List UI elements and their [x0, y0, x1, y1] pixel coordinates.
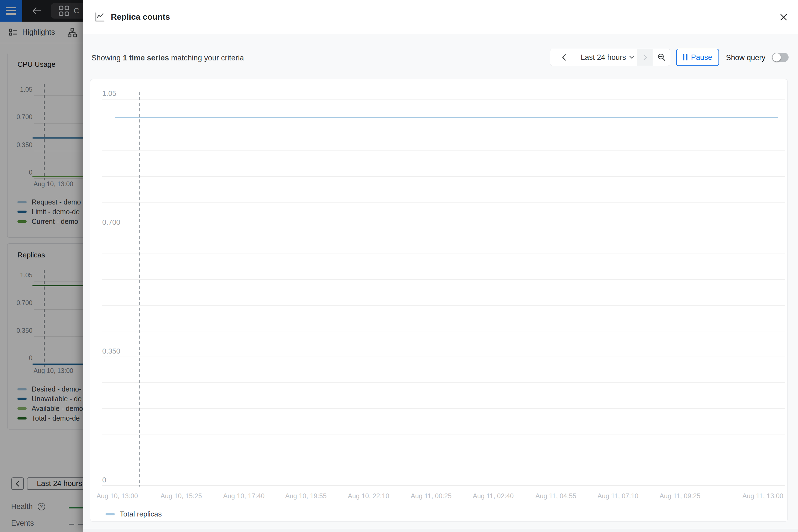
- line-chart-icon: [94, 11, 105, 22]
- x-tick: Aug 10, 15:25: [158, 492, 205, 500]
- close-button[interactable]: [778, 12, 789, 23]
- gridline: [102, 228, 785, 228]
- gridline: [102, 150, 785, 151]
- gridline: [102, 408, 785, 409]
- gridline: [102, 460, 785, 460]
- gridline: [102, 486, 785, 486]
- time-forward-button[interactable]: [637, 49, 653, 66]
- legend-label: Total replicas: [120, 510, 162, 518]
- gridline: [102, 382, 785, 383]
- show-query-toggle[interactable]: [772, 53, 788, 62]
- pause-button-label: Pause: [691, 53, 712, 62]
- toggle-knob: [773, 53, 781, 61]
- chart-card: 1.05 0.700 0.350 0 Aug 10, 13:00 Aug 10,…: [90, 79, 788, 522]
- dialog-bottom-strip: [83, 522, 798, 532]
- x-tick: Aug 11, 04:55: [532, 492, 580, 500]
- x-tick: Aug 11, 09:25: [657, 492, 704, 500]
- screen: C Highlights: [0, 0, 798, 532]
- pause-button[interactable]: Pause: [676, 49, 719, 66]
- gridline: [102, 176, 785, 177]
- gridline: [102, 99, 785, 99]
- chevron-down-icon: [629, 56, 634, 59]
- x-tick: Aug 10, 19:55: [282, 492, 329, 500]
- x-tick: Aug 11, 02:40: [470, 492, 517, 500]
- replica-counts-dialog: Replica counts Showing 1 time series mat…: [83, 0, 798, 532]
- time-range-label: Last 24 hours: [581, 53, 626, 62]
- legend-swatch: [106, 513, 115, 515]
- chevron-right-icon: [642, 54, 649, 61]
- gridline: [102, 357, 785, 357]
- total-replicas-line: [115, 117, 778, 118]
- time-marker-dashed-line: [139, 92, 140, 487]
- x-tick: Aug 10, 17:40: [220, 492, 267, 500]
- chevron-left-icon: [560, 54, 568, 61]
- gridline: [102, 305, 785, 306]
- dialog-title: Replica counts: [111, 12, 170, 22]
- x-axis: Aug 10, 13:00 Aug 10, 15:25 Aug 10, 17:4…: [90, 492, 787, 501]
- zoom-out-icon: [657, 53, 666, 62]
- show-query-label: Show query: [726, 54, 765, 62]
- close-icon: [779, 13, 788, 22]
- gridline: [102, 331, 785, 331]
- legend-item: Total replicas: [106, 510, 162, 518]
- gridline: [102, 434, 785, 435]
- zoom-out-button[interactable]: [653, 49, 670, 66]
- pause-icon: [683, 54, 687, 60]
- x-tick: Aug 11, 07:10: [594, 492, 642, 500]
- y-tick: 0.700: [102, 218, 120, 226]
- x-tick: Aug 10, 22:10: [345, 492, 392, 500]
- gridline: [102, 125, 785, 125]
- y-tick: 0: [102, 476, 106, 483]
- x-tick: Aug 11, 13:00: [739, 492, 786, 500]
- x-tick: Aug 11, 00:25: [407, 492, 455, 500]
- bottom-divider: [83, 529, 798, 529]
- y-tick: 0.350: [102, 347, 120, 355]
- time-range-control: Last 24 hours: [550, 49, 670, 66]
- gridline: [102, 202, 785, 203]
- time-back-button[interactable]: [550, 49, 578, 66]
- gridline: [102, 253, 785, 254]
- x-tick: Aug 10, 13:00: [94, 492, 141, 500]
- series-summary: Showing 1 time series matching your crit…: [92, 54, 244, 62]
- y-tick: 1.05: [102, 89, 116, 97]
- gridline: [102, 279, 785, 280]
- chart-legend: Total replicas: [106, 510, 162, 518]
- time-range-dropdown[interactable]: Last 24 hours: [578, 49, 637, 66]
- dialog-header: Replica counts: [83, 0, 798, 34]
